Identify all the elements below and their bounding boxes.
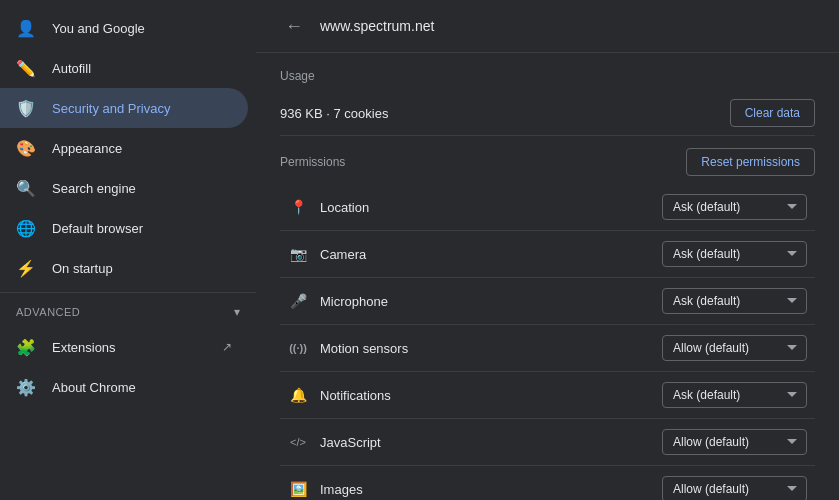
sidebar-item-default-browser[interactable]: 🌐 Default browser <box>0 208 248 248</box>
site-url: www.spectrum.net <box>320 18 434 34</box>
microphone-select[interactable]: Ask (default) Allow Block <box>662 288 807 314</box>
advanced-section[interactable]: Advanced ▾ <box>0 297 256 327</box>
sidebar-item-label: Extensions <box>52 340 206 355</box>
autofill-icon: ✏️ <box>16 58 36 78</box>
advanced-label: Advanced <box>16 306 80 318</box>
content-header: ← www.spectrum.net <box>256 0 839 53</box>
permissions-header: Permissions Reset permissions <box>280 148 815 176</box>
sidebar-item-label: Appearance <box>52 141 232 156</box>
permission-row-javascript: </> JavaScript Allow (default) Block <box>280 419 815 466</box>
external-link-icon: ↗ <box>222 340 232 354</box>
main-content: ← www.spectrum.net Usage 936 KB · 7 cook… <box>256 0 839 500</box>
permission-name: Notifications <box>320 388 650 403</box>
sidebar-item-label: Autofill <box>52 61 232 76</box>
permissions-label: Permissions <box>280 155 345 169</box>
camera-icon: 📷 <box>288 244 308 264</box>
camera-select[interactable]: Ask (default) Allow Block <box>662 241 807 267</box>
permission-name: Motion sensors <box>320 341 650 356</box>
permission-name: Camera <box>320 247 650 262</box>
shield-icon: 🛡️ <box>16 98 36 118</box>
back-button[interactable]: ← <box>280 12 308 40</box>
images-icon: 🖼️ <box>288 479 308 499</box>
location-icon: 📍 <box>288 197 308 217</box>
sidebar-item-about-chrome[interactable]: ⚙️ About Chrome <box>0 367 248 407</box>
sidebar-item-label: Default browser <box>52 221 232 236</box>
permission-name: Images <box>320 482 650 497</box>
sidebar: 👤 You and Google ✏️ Autofill 🛡️ Security… <box>0 0 256 500</box>
usage-section-label: Usage <box>280 69 815 83</box>
sidebar-item-security-privacy[interactable]: 🛡️ Security and Privacy <box>0 88 248 128</box>
search-icon: 🔍 <box>16 178 36 198</box>
javascript-select[interactable]: Allow (default) Block <box>662 429 807 455</box>
sidebar-item-label: Security and Privacy <box>52 101 232 116</box>
permission-name: Location <box>320 200 650 215</box>
motion-sensors-select[interactable]: Allow (default) Block <box>662 335 807 361</box>
extensions-icon: 🧩 <box>16 337 36 357</box>
chevron-down-icon: ▾ <box>234 305 241 319</box>
images-select[interactable]: Allow (default) Block <box>662 476 807 500</box>
permission-row-images: 🖼️ Images Allow (default) Block <box>280 466 815 500</box>
appearance-icon: 🎨 <box>16 138 36 158</box>
sidebar-item-label: You and Google <box>52 21 232 36</box>
permission-row-microphone: 🎤 Microphone Ask (default) Allow Block <box>280 278 815 325</box>
location-select[interactable]: Ask (default) Allow Block <box>662 194 807 220</box>
permission-name: Microphone <box>320 294 650 309</box>
sidebar-item-extensions[interactable]: 🧩 Extensions ↗ <box>0 327 248 367</box>
permission-row-camera: 📷 Camera Ask (default) Allow Block <box>280 231 815 278</box>
person-icon: 👤 <box>16 18 36 38</box>
reset-permissions-button[interactable]: Reset permissions <box>686 148 815 176</box>
notifications-icon: 🔔 <box>288 385 308 405</box>
microphone-icon: 🎤 <box>288 291 308 311</box>
sidebar-item-appearance[interactable]: 🎨 Appearance <box>0 128 248 168</box>
permission-row-notifications: 🔔 Notifications Ask (default) Allow Bloc… <box>280 372 815 419</box>
browser-icon: 🌐 <box>16 218 36 238</box>
sidebar-divider <box>0 292 256 293</box>
sidebar-item-you-and-google[interactable]: 👤 You and Google <box>0 8 248 48</box>
sidebar-item-label: About Chrome <box>52 380 232 395</box>
sidebar-item-on-startup[interactable]: ⚡ On startup <box>0 248 248 288</box>
permission-row-motion-sensors: ((·)) Motion sensors Allow (default) Blo… <box>280 325 815 372</box>
notifications-select[interactable]: Ask (default) Allow Block <box>662 382 807 408</box>
sidebar-item-label: Search engine <box>52 181 232 196</box>
usage-row: 936 KB · 7 cookies Clear data <box>280 91 815 136</box>
gear-icon: ⚙️ <box>16 377 36 397</box>
usage-value: 936 KB · 7 cookies <box>280 106 388 121</box>
back-arrow-icon: ← <box>285 16 303 37</box>
content-body: Usage 936 KB · 7 cookies Clear data Perm… <box>256 53 839 500</box>
sidebar-item-label: On startup <box>52 261 232 276</box>
javascript-icon: </> <box>288 432 308 452</box>
sidebar-item-search-engine[interactable]: 🔍 Search engine <box>0 168 248 208</box>
sidebar-item-autofill[interactable]: ✏️ Autofill <box>0 48 248 88</box>
permission-row-location: 📍 Location Ask (default) Allow Block <box>280 184 815 231</box>
permission-name: JavaScript <box>320 435 650 450</box>
clear-data-button[interactable]: Clear data <box>730 99 815 127</box>
startup-icon: ⚡ <box>16 258 36 278</box>
motion-sensors-icon: ((·)) <box>288 338 308 358</box>
